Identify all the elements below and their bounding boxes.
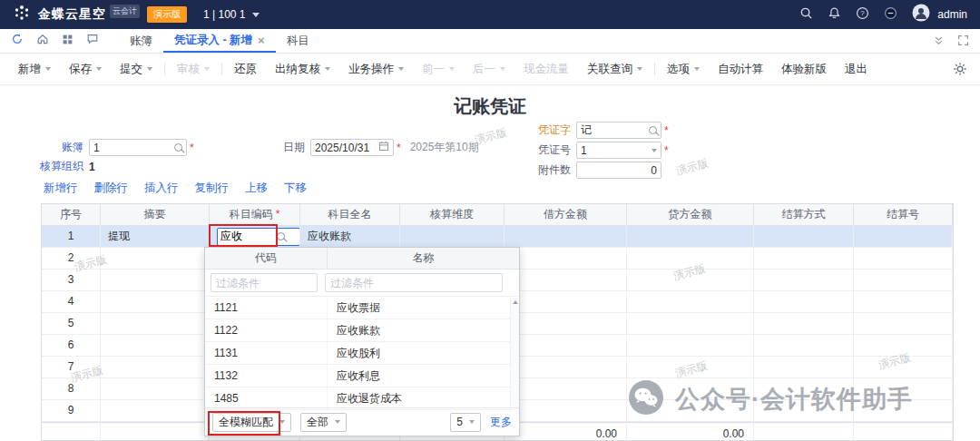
grid-cell[interactable] — [627, 226, 754, 248]
date-input[interactable] — [310, 139, 394, 156]
grid-cell[interactable] — [627, 270, 754, 291]
grid-cell[interactable]: 1 — [42, 226, 101, 248]
toolbar-restore-button[interactable]: 还原 — [225, 62, 266, 77]
grid-cell[interactable] — [754, 357, 854, 378]
grid-cell[interactable]: 2 — [42, 248, 101, 270]
grid-cell[interactable] — [101, 357, 210, 378]
grid-cell[interactable] — [754, 313, 854, 335]
account-option-code[interactable]: 1132 — [205, 365, 328, 387]
voucher-row[interactable]: 1提现应收账款 — [42, 226, 953, 248]
account-option-name[interactable]: 应收票据 — [328, 297, 519, 319]
account-option-code[interactable]: 1121 — [205, 297, 328, 319]
grid-cell[interactable] — [101, 400, 210, 422]
delete-row-button[interactable]: 删除行 — [94, 181, 129, 196]
grid-cell[interactable] — [101, 313, 210, 335]
grid-cell[interactable] — [505, 226, 627, 248]
account-option-code[interactable]: 1131 — [205, 342, 328, 365]
grid-cell[interactable]: 4 — [42, 291, 101, 313]
grid-cell[interactable] — [854, 291, 953, 313]
account-option-code[interactable]: 1122 — [205, 319, 328, 342]
grid-cell[interactable] — [854, 357, 953, 378]
tab-voucher-entry-new[interactable]: 凭证录入 - 新增 × — [163, 29, 276, 53]
grid-cell[interactable] — [754, 248, 854, 270]
toolbar-options-button[interactable]: 选项 — [658, 62, 709, 77]
gear-icon[interactable] — [953, 62, 967, 80]
toolbar-try-new-version-button[interactable]: 体验新版 — [772, 62, 836, 77]
grid-cell[interactable] — [627, 291, 754, 313]
grid-cell[interactable] — [400, 226, 505, 248]
book-input[interactable] — [89, 139, 187, 156]
account-code-editor[interactable] — [217, 228, 300, 246]
grid-cell[interactable] — [505, 357, 627, 378]
date-input-field[interactable] — [315, 142, 378, 154]
code-filter-input[interactable] — [211, 273, 318, 292]
grid-cell[interactable] — [627, 335, 754, 357]
grid-cell[interactable] — [854, 313, 953, 335]
copy-row-button[interactable]: 复制行 — [195, 181, 230, 196]
collapse-tabs-icon[interactable] — [933, 34, 945, 50]
tab-close-icon[interactable]: × — [258, 34, 265, 46]
help-icon[interactable]: ? — [856, 6, 869, 24]
toolbar-business-ops-button[interactable]: 业务操作 — [339, 62, 413, 77]
toolbar-cashier-review-button[interactable]: 出纳复核 — [266, 62, 339, 77]
voucher-word-input-field[interactable] — [581, 124, 649, 137]
toolbar-exit-button[interactable]: 退出 — [836, 62, 877, 77]
grid-cell[interactable] — [627, 357, 754, 378]
name-filter-input[interactable] — [325, 273, 503, 292]
account-option-row[interactable]: 1131应收股利 — [205, 342, 519, 365]
apps-grid-icon[interactable] — [62, 33, 74, 49]
insert-row-button[interactable]: 插入行 — [144, 181, 179, 196]
account-option-row[interactable]: 1132应收利息 — [205, 365, 519, 387]
toolbar-new-button[interactable]: 新增 — [9, 62, 60, 77]
grid-cell[interactable] — [505, 248, 627, 270]
home-icon[interactable] — [36, 33, 49, 49]
more-link[interactable]: 更多 — [490, 415, 512, 430]
grid-cell[interactable] — [101, 378, 210, 400]
search-icon[interactable] — [174, 143, 182, 152]
move-up-button[interactable]: 上移 — [245, 181, 268, 196]
grid-cell[interactable] — [754, 291, 854, 313]
account-option-name[interactable]: 应收账款 — [328, 319, 519, 342]
grid-cell[interactable]: 9 — [42, 400, 101, 422]
account-option-row[interactable]: 1121应收票据 — [205, 297, 519, 319]
move-down-button[interactable]: 下移 — [284, 181, 307, 196]
tab-account-book[interactable]: 账簿 — [119, 29, 163, 53]
notification-bell-icon[interactable] — [828, 6, 841, 24]
toolbar-related-query-button[interactable]: 关联查询 — [578, 62, 652, 77]
grid-cell[interactable]: 8 — [42, 378, 101, 400]
username-label[interactable]: admin — [937, 8, 967, 21]
theme-toggle-icon[interactable] — [884, 6, 897, 24]
refresh-icon[interactable] — [11, 33, 24, 49]
grid-cell[interactable]: 5 — [42, 313, 101, 335]
fullscreen-icon[interactable] — [957, 34, 969, 50]
toolbar-auto-calc-button[interactable]: 自动计算 — [709, 62, 772, 77]
scope-select[interactable]: 全部 — [300, 413, 347, 432]
message-icon[interactable] — [86, 33, 99, 49]
grid-cell[interactable] — [627, 248, 754, 270]
grid-cell[interactable]: 7 — [42, 357, 101, 378]
voucher-number-select[interactable] — [576, 142, 662, 159]
grid-cell[interactable] — [505, 291, 627, 313]
grid-cell[interactable] — [854, 248, 953, 270]
grid-cell[interactable] — [627, 313, 754, 335]
grid-cell[interactable] — [101, 248, 210, 270]
grid-cell[interactable] — [505, 378, 627, 400]
voucher-number-input-field[interactable] — [581, 144, 652, 157]
search-icon[interactable] — [649, 126, 657, 134]
grid-cell[interactable] — [505, 400, 627, 422]
grid-cell[interactable] — [854, 335, 953, 357]
tab-accounts[interactable]: 科目 — [276, 29, 320, 53]
match-mode-select[interactable]: 全模糊匹配 — [212, 413, 291, 432]
scroll-up-icon[interactable] — [513, 300, 518, 304]
grid-cell[interactable]: 提现 — [101, 226, 210, 248]
account-option-row[interactable]: 1122应收账款 — [205, 319, 519, 342]
grid-cell[interactable] — [505, 335, 627, 357]
calendar-icon[interactable] — [378, 141, 389, 154]
grid-cell[interactable] — [101, 270, 210, 291]
attachments-input[interactable] — [576, 162, 662, 179]
account-option-name[interactable]: 应收股利 — [328, 342, 519, 365]
add-row-button[interactable]: 新增行 — [44, 181, 78, 196]
org-selector[interactable]: 1 | 100 1 — [203, 8, 260, 21]
grid-cell[interactable] — [854, 226, 953, 248]
grid-cell[interactable]: 6 — [42, 335, 101, 357]
